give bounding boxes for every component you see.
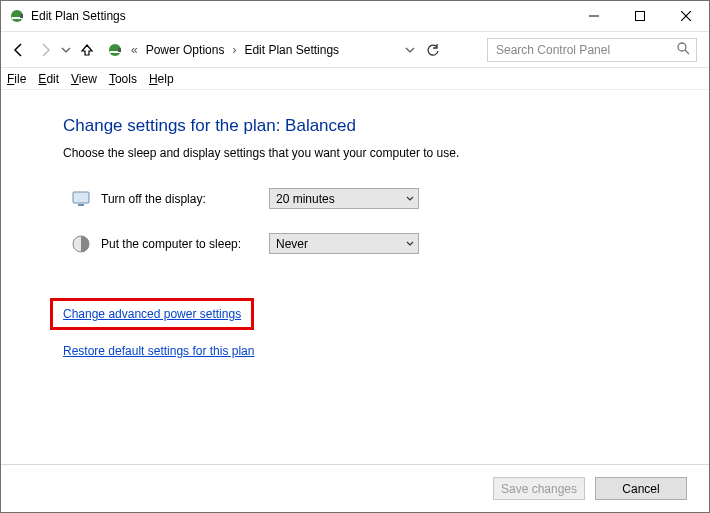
change-advanced-link[interactable]: Change advanced power settings [63,307,241,321]
display-icon [71,189,91,209]
power-options-icon [9,8,25,24]
page-description: Choose the sleep and display settings th… [63,146,697,160]
search-icon[interactable] [676,41,690,58]
refresh-button[interactable] [421,38,445,62]
setting-sleep-row: Put the computer to sleep: Never [63,233,697,254]
menu-help[interactable]: Help [149,72,174,86]
display-timeout-dropdown[interactable]: 20 minutes [269,188,419,209]
breadcrumb-segment[interactable]: Edit Plan Settings [240,41,343,59]
svg-line-11 [685,50,689,54]
search-input[interactable] [494,42,676,58]
back-button[interactable] [7,38,31,62]
svg-rect-13 [78,204,84,206]
advanced-settings-highlight: Change advanced power settings [50,298,254,330]
menu-file[interactable]: File [7,72,26,86]
up-button[interactable] [75,38,99,62]
window-title: Edit Plan Settings [31,9,126,23]
menu-view[interactable]: View [71,72,97,86]
content-area: Change settings for the plan: Balanced C… [1,90,709,464]
svg-rect-4 [636,12,645,21]
setting-sleep-label: Put the computer to sleep: [101,237,269,251]
toolbar: « Power Options › Edit Plan Settings [1,32,709,68]
setting-display-row: Turn off the display: 20 minutes [63,188,697,209]
address-dropdown-button[interactable] [405,45,415,55]
dropdown-value: 20 minutes [276,192,335,206]
button-bar: Save changes Cancel [1,464,709,512]
titlebar: Edit Plan Settings [1,1,709,32]
chevron-down-icon [406,237,414,251]
sleep-timeout-dropdown[interactable]: Never [269,233,419,254]
breadcrumb-segment[interactable]: Power Options [142,41,229,59]
search-box[interactable] [487,38,697,62]
close-button[interactable] [663,1,709,32]
save-button: Save changes [493,477,585,500]
chevron-down-icon [406,192,414,206]
sleep-icon [71,234,91,254]
breadcrumb[interactable]: « Power Options › Edit Plan Settings [107,38,343,62]
svg-rect-12 [73,192,89,203]
breadcrumb-chevrons: « [129,43,140,57]
maximize-button[interactable] [617,1,663,32]
power-options-icon [107,42,123,58]
forward-button [33,38,57,62]
svg-point-10 [678,43,686,51]
setting-display-label: Turn off the display: [101,192,269,206]
dropdown-value: Never [276,237,308,251]
links-section: Change advanced power settings Restore d… [63,298,697,358]
cancel-button[interactable]: Cancel [595,477,687,500]
menu-edit[interactable]: Edit [38,72,59,86]
menubar: File Edit View Tools Help [1,68,709,90]
restore-defaults-link[interactable]: Restore default settings for this plan [63,344,254,358]
page-title: Change settings for the plan: Balanced [63,116,697,136]
svg-rect-2 [20,14,23,18]
svg-rect-9 [118,48,121,52]
menu-tools[interactable]: Tools [109,72,137,86]
window: Edit Plan Settings [0,0,710,513]
recent-locations-button[interactable] [59,38,73,62]
minimize-button[interactable] [571,1,617,32]
chevron-right-icon: › [230,43,238,57]
